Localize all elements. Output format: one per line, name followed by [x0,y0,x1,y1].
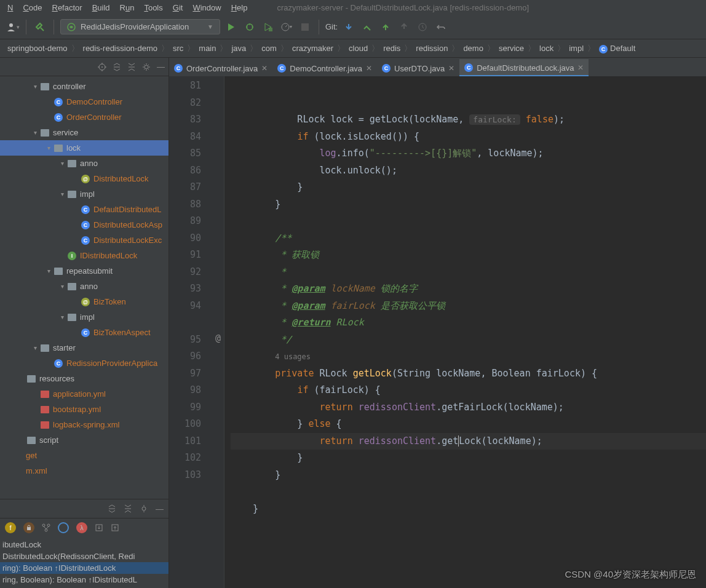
collapse-icon[interactable] [124,504,132,513]
git-history-icon[interactable] [397,20,411,34]
tree-item[interactable]: @DistributedLock [0,171,169,186]
tree-item[interactable]: get [0,448,169,463]
menu-help[interactable]: Help [226,2,253,14]
tree-item[interactable]: CDistributedLockAsp [0,217,169,232]
gear-icon[interactable] [140,504,148,513]
svg-rect-9 [301,23,309,31]
arrow-down-icon[interactable] [95,523,103,532]
editor-tab[interactable]: CDefaultDistributedLock.java✕ [459,59,589,76]
structure-item[interactable]: ibutedLock [0,539,169,550]
expand-icon[interactable] [113,63,121,71]
tree-item[interactable]: COrderController [0,109,169,125]
menu-git[interactable]: Git [168,2,188,14]
target-icon[interactable] [98,63,106,71]
run-config-dropdown[interactable]: RedidJedisProviderApplication ▼ [60,19,220,34]
tree-item[interactable]: ▾repeatsubmit [0,263,169,279]
structure-item[interactable]: DistributedLock(RedissonClient, Redi [0,550,169,562]
tree-item[interactable]: ▾lock [0,140,169,156]
arrow-up-icon[interactable] [111,523,119,532]
crumb[interactable]: redis-redission-demo [81,44,160,53]
menu-run[interactable]: Run [115,2,140,14]
crumb[interactable]: service [496,44,526,53]
structure-item[interactable]: ring, Boolean): Boolean ↑IDistributedL [0,574,169,586]
tree-item[interactable]: application.yml [0,386,169,402]
tree-item[interactable]: CDistributedLockExc [0,232,169,248]
tree-item[interactable]: bootstrap.yml [0,402,169,417]
crumb[interactable]: main [196,44,218,53]
close-icon[interactable]: ✕ [448,64,454,73]
tree-item[interactable]: logback-spring.xml [0,417,169,432]
crumb[interactable]: com [259,44,279,53]
git-commit-icon[interactable] [360,20,375,34]
run-icon[interactable] [224,20,239,34]
clock-icon[interactable] [415,20,430,34]
editor-tab[interactable]: CDemoController.java✕ [272,59,377,76]
code-area[interactable]: 8182838485868788899091929394959697989910… [169,76,706,588]
filter-lambda-icon[interactable]: λ [76,522,87,533]
crumb[interactable]: springboot-demo [5,44,70,53]
tree-item[interactable]: resources [0,371,169,386]
tree-item[interactable]: ▾impl [0,309,169,325]
minimize-icon[interactable]: — [156,504,164,514]
tree-item[interactable]: CDemoController [0,94,169,109]
tree-item[interactable]: CBizTokenAspect [0,325,169,340]
tree-item[interactable]: ▾impl [0,186,169,202]
tree-item[interactable]: CDefaultDistributedL [0,202,169,217]
collapse-icon[interactable] [127,63,136,71]
crumb[interactable]: lock [537,44,556,53]
structure-body[interactable]: ibutedLockDistributedLock(RedissonClient… [0,536,169,588]
tree-item[interactable]: ▾anno [0,156,169,171]
structure-item[interactable]: ring): Boolean ↑IDistributedLock [0,562,169,574]
expand-icon[interactable] [108,504,116,513]
code[interactable]: RLock lock = getLock(lockName, fairLock:… [224,76,706,588]
debug-icon[interactable] [242,20,257,34]
breadcrumb: springboot-demo〉redis-redission-demo〉src… [0,39,706,58]
profile-icon[interactable]: ▾ [279,20,294,34]
hammer-icon[interactable] [33,20,47,34]
menu-window[interactable]: Window [188,2,226,14]
filter-fields-icon[interactable]: f [5,522,16,533]
filter-lock-icon[interactable] [23,522,34,533]
menu-build[interactable]: Build [87,2,115,14]
crumb[interactable]: java [229,44,248,53]
tree-item[interactable]: m.xml [0,463,169,479]
tree-item[interactable]: IIDistributedLock [0,248,169,263]
crumb[interactable]: CDefault [597,44,638,54]
git-push-icon[interactable] [378,20,393,34]
crumb[interactable]: redis [381,44,403,53]
menu-tools[interactable]: Tools [139,2,167,14]
crumb[interactable]: crazymaker [290,44,336,53]
undo-icon[interactable] [434,20,448,34]
crumb[interactable]: demo [461,44,486,53]
tree-item[interactable]: CRedissionProviderApplica [0,356,169,371]
tree-item[interactable]: ▾anno [0,279,169,294]
stop-icon[interactable] [298,20,312,34]
crumb[interactable]: impl [566,44,586,53]
minimize-icon[interactable]: — [157,62,165,71]
git-label: Git: [325,22,338,31]
crumb[interactable]: src [170,44,186,53]
tree-item[interactable]: @BizToken [0,294,169,309]
tree-item[interactable]: ▾service [0,125,169,140]
menu-code[interactable]: Code [18,2,47,14]
user-icon[interactable]: ▾ [5,20,20,34]
project-tree[interactable]: ▾controllerCDemoControllerCOrderControll… [0,76,169,499]
crumb[interactable]: cloud [346,44,370,53]
close-icon[interactable]: ✕ [261,64,268,73]
filter-circle-icon[interactable] [58,522,69,533]
editor-tab[interactable]: COrderController.java✕ [169,59,272,76]
menu-navigate[interactable]: N [2,2,18,14]
tree-item[interactable]: ▾controller [0,79,169,94]
menu-refactor[interactable]: Refactor [47,2,87,14]
coverage-icon[interactable] [261,20,276,34]
close-icon[interactable]: ✕ [366,64,372,73]
tree-item[interactable]: ▾starter [0,340,169,356]
git-pull-icon[interactable] [341,20,356,34]
gear-icon[interactable] [142,63,151,71]
editor-tab[interactable]: CUserDTO.java✕ [377,59,459,76]
svg-point-12 [101,66,103,68]
crumb[interactable]: redission [413,44,450,53]
tree-item[interactable]: script [0,432,169,448]
close-icon[interactable]: ✕ [577,63,584,72]
branch-icon[interactable] [42,523,50,532]
